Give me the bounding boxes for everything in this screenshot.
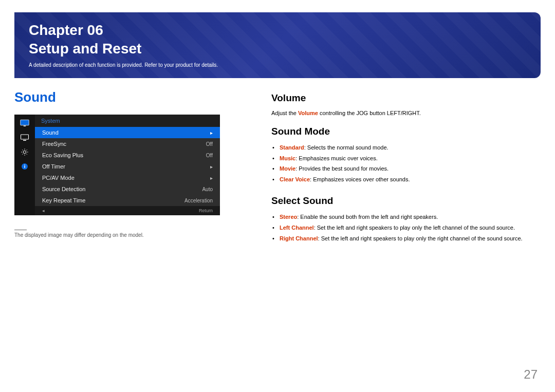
gear-icon — [19, 147, 30, 157]
list-item: Stereo: Enable the sound both from the l… — [280, 212, 541, 222]
osd-header: System — [35, 115, 220, 127]
osd-row-keyrepeat: Key Repeat Time Acceleration — [35, 195, 220, 206]
chevron-right-icon: ▸ — [210, 130, 213, 136]
chevron-right-icon: ▸ — [210, 175, 213, 181]
list-item: Left Channel: Set the left and right spe… — [280, 222, 541, 233]
osd-row-value: Acceleration — [184, 198, 213, 203]
osd-menu-mockup: i System Sound ▸ FreeSync Off Eco Saving… — [14, 115, 220, 215]
svg-rect-0 — [21, 120, 29, 125]
svg-text:i: i — [24, 164, 26, 170]
list-item: Clear Voice: Emphasizes voices over othe… — [280, 174, 541, 185]
chapter-banner: Chapter 06 Setup and Reset A detailed de… — [14, 12, 541, 78]
svg-rect-2 — [21, 135, 29, 139]
chevron-right-icon: ▸ — [210, 164, 213, 170]
osd-row-label: FreeSync — [42, 141, 66, 147]
chapter-subtitle: A detailed description of each function … — [29, 62, 526, 68]
list-item: Music: Emphasizes music over voices. — [280, 153, 541, 164]
osd-sidebar: i — [14, 115, 35, 215]
osd-row-sourcedetect: Source Detection Auto — [35, 183, 220, 195]
osd-row-value: Off — [206, 153, 213, 158]
list-item: Movie: Provides the best sound for movie… — [280, 163, 541, 174]
osd-row-label: Source Detection — [42, 186, 85, 192]
info-icon: i — [19, 162, 30, 171]
heading-select-sound: Select Sound — [271, 195, 541, 207]
svg-rect-1 — [24, 126, 26, 127]
osd-row-label: Eco Saving Plus — [42, 152, 83, 158]
volume-description: Adjust the Volume controlling the JOG bu… — [271, 109, 541, 118]
select-sound-list: Stereo: Enable the sound both from the l… — [271, 212, 541, 244]
monitor-icon — [19, 119, 30, 128]
osd-row-pcavmode: PC/AV Mode ▸ — [35, 172, 220, 183]
osd-footer: ◂ Return — [35, 206, 220, 215]
svg-rect-3 — [23, 140, 26, 141]
list-item: Standard: Selects the normal sound mode. — [280, 142, 541, 153]
osd-return-label: Return — [199, 208, 213, 213]
footnote-text: The displayed image may differ depending… — [14, 232, 251, 238]
svg-point-4 — [23, 151, 26, 154]
osd-row-label: Key Repeat Time — [42, 197, 85, 203]
osd-row-label: Sound — [42, 129, 59, 136]
heading-sound-mode: Sound Mode — [271, 126, 541, 137]
sound-mode-list: Standard: Selects the normal sound mode.… — [271, 142, 541, 185]
section-heading-sound: Sound — [14, 89, 251, 105]
osd-row-label: Off Timer — [42, 163, 65, 170]
footnote-divider — [14, 230, 27, 230]
chevron-left-icon: ◂ — [42, 208, 45, 213]
osd-row-offtimer: Off Timer ▸ — [35, 161, 220, 172]
osd-row-freesync: FreeSync Off — [35, 138, 220, 150]
osd-row-value: Auto — [202, 186, 213, 192]
chapter-number: Chapter 06 — [29, 22, 526, 39]
osd-row-sound: Sound ▸ — [35, 127, 220, 138]
list-item: Right Channel: Set the left and right sp… — [280, 233, 541, 244]
page-number: 27 — [524, 367, 538, 382]
heading-volume: Volume — [271, 92, 541, 104]
osd-row-label: PC/AV Mode — [42, 175, 75, 181]
osd-row-value: Off — [206, 141, 213, 147]
chapter-title: Setup and Reset — [29, 40, 526, 58]
display-icon — [19, 133, 30, 142]
osd-row-ecosaving: Eco Saving Plus Off — [35, 150, 220, 161]
